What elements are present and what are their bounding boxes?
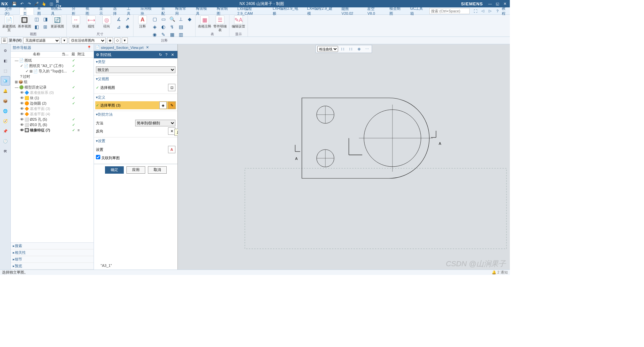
acc-detail[interactable]: ▸ 细节 bbox=[11, 256, 94, 263]
dialog-reset-icon[interactable]: ↻ bbox=[157, 53, 163, 57]
dim-small-1[interactable]: ∡ bbox=[115, 15, 122, 23]
col-name[interactable]: 名称 bbox=[11, 52, 61, 57]
command-search[interactable] bbox=[429, 8, 470, 14]
filter-btn-2[interactable]: ◈ bbox=[107, 38, 113, 44]
note-s7[interactable]: 🔍 bbox=[168, 15, 176, 23]
rail-settings-icon[interactable]: ⚙ bbox=[1, 46, 10, 55]
rail-bell-icon[interactable]: 🔔 bbox=[1, 86, 10, 96]
tab-select[interactable]: 选择 bbox=[110, 7, 123, 15]
notify-badge[interactable]: 🔔 2 通知 bbox=[492, 270, 508, 275]
ok-button[interactable]: 确定 bbox=[105, 166, 124, 174]
tab-file[interactable]: 文件(F) bbox=[1, 7, 19, 15]
file-tab-label[interactable]: stepped_Section_View.prt bbox=[101, 46, 144, 50]
tab-ml3[interactable]: 梅雷制图 bbox=[213, 7, 234, 15]
tree-row[interactable]: 👁 🔶 基准平面 (4) bbox=[11, 111, 94, 117]
acc-preview[interactable]: ▸ 预览 bbox=[11, 263, 94, 270]
file-tab-close-icon[interactable]: ✕ bbox=[146, 45, 149, 50]
tab-xk[interactable]: 星空 V8.0 bbox=[364, 7, 386, 15]
method-select[interactable]: 简单剖/阶梯剖 bbox=[135, 120, 175, 126]
rail-tools-icon[interactable]: 🛠 bbox=[1, 147, 10, 156]
tab-lxh-elec[interactable]: LXH编程2.9_电极 bbox=[269, 7, 304, 15]
pick-sketch-icon-2[interactable]: ✎ bbox=[168, 102, 175, 109]
dim-small-4[interactable]: ✱ bbox=[124, 23, 131, 31]
tab-view[interactable]: 视图 bbox=[82, 7, 96, 15]
rapid-dim-button[interactable]: ↔快速 bbox=[69, 15, 83, 28]
tree-row[interactable]: ? 过时 bbox=[11, 74, 94, 79]
tree-row[interactable]: 👁 🔶 基准平面 (3) bbox=[11, 106, 94, 111]
acc-related[interactable]: ▸ 相关性 bbox=[11, 249, 94, 256]
note-s3[interactable]: ◉ bbox=[151, 31, 158, 38]
col-note[interactable]: 附注 bbox=[77, 52, 85, 57]
tab-sketch[interactable]: 草图 bbox=[34, 7, 48, 15]
col-current[interactable]: 当... bbox=[61, 52, 69, 57]
dialog-close-icon[interactable]: ✕ bbox=[169, 53, 175, 57]
ribbon-small-1[interactable]: ◫ bbox=[33, 15, 40, 23]
save-icon[interactable]: 💾 bbox=[11, 1, 17, 7]
note-s2[interactable]: ◈ bbox=[151, 23, 158, 31]
note-s13[interactable]: ◆ bbox=[186, 15, 193, 23]
selection-filter[interactable]: 无选择过滤器 bbox=[23, 38, 60, 44]
tree-row[interactable]: 👁 🔷 基准坐标系 (0) bbox=[11, 90, 94, 95]
pick-view-icon[interactable]: ⊡ bbox=[168, 84, 175, 91]
rail-nav-icon[interactable]: 🧭 bbox=[1, 116, 10, 126]
ribbon-small-2[interactable]: ◧ bbox=[33, 23, 40, 31]
tree-row[interactable]: 👁 🟠 边倒圆 (2)✓ bbox=[11, 101, 94, 106]
tab-analysis[interactable]: 分析 bbox=[68, 7, 82, 15]
cancel-button[interactable]: 取消 bbox=[148, 166, 167, 174]
sec-settings-header[interactable]: ▾ 设置 bbox=[94, 137, 177, 144]
tab-drawing-tools[interactable]: 制图工具 bbox=[48, 7, 68, 15]
tab-gc[interactable]: GC工具箱 bbox=[407, 7, 429, 15]
assoc-checkbox[interactable]: 关联到草图 bbox=[96, 155, 120, 161]
edit-settings-button[interactable]: ✎A编辑设置 bbox=[231, 15, 246, 28]
parts-list-button[interactable]: ☰零件明细表 bbox=[213, 15, 227, 32]
dim-small-2[interactable]: ⊿ bbox=[115, 23, 122, 31]
sec-parent-header[interactable]: ▾ 父视图 bbox=[94, 75, 177, 82]
dim-small-3[interactable]: ↗ bbox=[124, 15, 131, 23]
tab-assembly[interactable]: 装配 bbox=[158, 7, 172, 15]
restore-icon[interactable]: ◱ bbox=[494, 1, 500, 7]
filter-btn-1[interactable]: ▾ bbox=[61, 38, 67, 44]
tree-row[interactable]: ✓ ⊞ 📄 导入的 "Top@1...✓ bbox=[11, 68, 94, 74]
rail-box-icon[interactable]: 📦 bbox=[1, 96, 10, 106]
note-s9[interactable]: ▦ bbox=[168, 31, 176, 38]
gear-icon[interactable]: ⚙ bbox=[96, 53, 99, 57]
note-s1[interactable]: ▢ bbox=[151, 15, 158, 23]
tab-ml2[interactable]: 梅雷模具 bbox=[193, 7, 213, 15]
rail-cube-icon[interactable]: ◧ bbox=[1, 56, 10, 65]
note-s8[interactable]: ↯ bbox=[168, 23, 176, 31]
ribbon-small-4[interactable]: ⊞ bbox=[42, 23, 49, 31]
dialog-help-icon[interactable]: ? bbox=[163, 53, 169, 57]
tab-display[interactable]: 显示 bbox=[96, 7, 110, 15]
rail-assembly-icon[interactable]: ⬚ bbox=[1, 66, 10, 75]
note-button[interactable]: A注释 bbox=[136, 15, 150, 28]
nav-fwd-icon[interactable]: ▷ bbox=[487, 8, 493, 14]
tree-row[interactable]: 👁 🔲 镜像特征 (7)✓≡ bbox=[11, 127, 94, 133]
tree-row[interactable]: 👁 ⬜ Ø10 孔 (6)✓ bbox=[11, 122, 94, 127]
settings-icon[interactable]: A bbox=[168, 146, 175, 153]
fullscreen-icon[interactable]: ⛶ bbox=[472, 8, 478, 14]
scope-filter[interactable]: 仅在活动草图内 bbox=[69, 38, 106, 44]
tab-nh[interactable]: 能衡 V20.02 bbox=[338, 7, 364, 15]
radial-dim-button[interactable]: ◎径向 bbox=[100, 15, 114, 28]
tab-lxh-cam[interactable]: LXH编程2.9_CAM bbox=[234, 7, 269, 15]
tree-row[interactable]: ✓ 📄 图纸页 "A3_1" (工作)✓ bbox=[11, 63, 94, 68]
sec-method-header[interactable]: ▾ 剖切方法 bbox=[94, 111, 177, 118]
rail-clock-icon[interactable]: 🕘 bbox=[1, 136, 10, 146]
tree-row[interactable]: — 🟢 模型历史记录✓ bbox=[11, 84, 94, 90]
tab-lxh-model[interactable]: LXH编程2.9_建模 bbox=[304, 7, 338, 15]
minimize-icon[interactable]: — bbox=[487, 1, 493, 7]
note-s12[interactable]: ▥ bbox=[177, 31, 184, 38]
rail-part-nav-icon[interactable]: 🧊 bbox=[1, 76, 10, 85]
drawing-canvas[interactable]: 相连曲线 ⫶⫶ ⫶⫶ ⊕ ⋯ bbox=[178, 44, 510, 270]
tree-row[interactable]: 👁 🟨 块 (1)✓ bbox=[11, 95, 94, 101]
note-s6[interactable]: ✎ bbox=[160, 31, 167, 38]
menu-label[interactable]: 菜单(M) bbox=[9, 38, 22, 43]
note-s10[interactable]: ⊥ bbox=[177, 15, 184, 23]
new-sheet-button[interactable]: 📄新建图纸页 bbox=[2, 15, 16, 32]
tab-home[interactable]: 主页 bbox=[19, 7, 34, 15]
tutorial-link[interactable]: 教程 bbox=[502, 8, 508, 14]
type-select[interactable]: 独立的 bbox=[96, 66, 175, 73]
update-view-button[interactable]: 🔄更新视图 bbox=[50, 15, 64, 28]
sec-def-header[interactable]: ▾ 定义 bbox=[94, 94, 177, 101]
col-latest[interactable]: 最 bbox=[69, 52, 77, 57]
